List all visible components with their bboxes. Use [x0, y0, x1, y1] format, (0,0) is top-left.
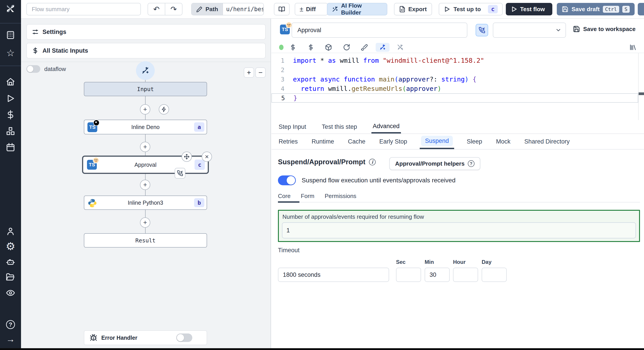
code-line[interactable]: 2 — [272, 65, 638, 75]
reload-icon[interactable] — [342, 43, 351, 52]
ai-step-wand-button[interactable] — [136, 61, 155, 80]
flow-settings-button[interactable]: Settings — [26, 24, 266, 40]
timeout-day-input[interactable] — [482, 268, 507, 282]
add-step-button[interactable]: + — [140, 180, 150, 190]
file-export-icon — [399, 6, 406, 12]
save-to-workspace-button[interactable]: Save to workspace — [573, 25, 636, 33]
tab-advanced[interactable]: Advanced — [372, 120, 401, 134]
subtab-sleep[interactable]: Sleep — [465, 134, 484, 149]
subtab-cache[interactable]: Cache — [346, 134, 367, 149]
collapse-sidebar-arrow-icon[interactable]: → — [0, 334, 21, 345]
tab-test-this-step[interactable]: Test this step — [320, 120, 358, 134]
code-line[interactable]: 3export async function main(approver?: s… — [272, 75, 638, 84]
timeout-seconds-input[interactable]: 1800 seconds — [278, 268, 389, 282]
code-line[interactable]: 1import * as wmill from "windmill-client… — [272, 56, 638, 65]
all-static-inputs-button[interactable]: All Static Inputs — [26, 43, 266, 58]
deploy-button-partial[interactable] — [638, 3, 644, 15]
undo-icon[interactable]: ↶ — [148, 5, 165, 14]
workspace-building-icon[interactable] — [0, 30, 21, 40]
suspend-phone-badge[interactable] — [175, 168, 185, 178]
add-step-button[interactable]: + — [140, 104, 150, 115]
editor-toolbar — [272, 41, 644, 53]
editor-scrollbar-thumb[interactable] — [639, 92, 644, 95]
runs-play-icon[interactable] — [0, 93, 21, 104]
editor-right-gutter — [638, 53, 644, 120]
save-draft-button[interactable]: Save draft Ctrl S — [557, 3, 634, 15]
subtab-early-stop[interactable]: Early Stop — [378, 134, 408, 149]
approval-prompt-helpers-button[interactable]: Approval/Prompt helpers ? — [389, 157, 480, 170]
audit-eye-icon[interactable] — [0, 288, 21, 298]
add-step-button[interactable]: + — [140, 217, 150, 228]
delete-node-button[interactable]: × — [202, 152, 212, 162]
save-icon — [573, 25, 580, 33]
subtab-runtime[interactable]: Runtime — [310, 134, 336, 149]
code-line[interactable]: 4 return wmill.getResumeUrls(approver) — [272, 84, 638, 93]
format-brush-icon[interactable] — [360, 43, 369, 52]
graph-node-inline-python[interactable]: Inline Python3 b — [84, 195, 207, 210]
graph-node-result[interactable]: Result — [84, 233, 207, 248]
timeout-sec-input[interactable] — [396, 268, 421, 282]
save-draft-label: Save draft — [572, 6, 600, 13]
add-trigger-zap-button[interactable] — [159, 104, 169, 115]
template-select[interactable] — [493, 22, 566, 38]
docs-button[interactable] — [274, 3, 290, 15]
zoom-out-button[interactable]: − — [255, 67, 266, 78]
subtab-shared-directory[interactable]: Shared Directory — [523, 134, 571, 149]
resources-boxes-icon[interactable] — [0, 126, 21, 137]
info-icon[interactable]: i — [369, 159, 376, 166]
favorites-star-icon[interactable]: ☆ — [0, 48, 21, 58]
path-button[interactable]: Path u/henri/bes — [191, 3, 264, 15]
flow-summary-input[interactable]: Flow summary — [26, 3, 141, 15]
folders-icon[interactable] — [0, 272, 21, 283]
test-flow-button[interactable]: Test flow — [506, 3, 552, 15]
subtab-retries[interactable]: Retries — [277, 134, 299, 149]
subtab-suspend[interactable]: Suspend — [420, 134, 454, 149]
schedules-calendar-icon[interactable] — [0, 142, 21, 153]
redo-icon[interactable]: ↷ — [165, 5, 182, 14]
timeout-min-input[interactable]: 30 — [425, 268, 450, 282]
variables-dollar-icon[interactable] — [0, 109, 21, 120]
export-button[interactable]: Export — [394, 3, 432, 15]
dataflow-toggle[interactable] — [26, 65, 40, 73]
windmill-logo-icon[interactable] — [0, 3, 21, 14]
zoom-in-button[interactable]: + — [244, 67, 254, 78]
home-icon[interactable] — [0, 77, 21, 87]
graph-node-input[interactable]: Input — [84, 82, 207, 96]
help-icon[interactable]: ? — [0, 319, 21, 330]
variable-dollar-icon[interactable] — [288, 43, 298, 52]
test-up-to-button[interactable]: Test up to c — [439, 3, 503, 15]
error-handler-node[interactable]: Error Handler — [84, 330, 207, 345]
tab-permissions[interactable]: Permissions — [325, 193, 356, 199]
approval-node-label: Approval — [134, 162, 156, 168]
move-node-button[interactable] — [182, 152, 192, 162]
error-handler-toggle[interactable] — [176, 334, 192, 342]
step-name-input[interactable]: Approval — [292, 22, 467, 38]
ai-flow-builder-button[interactable]: AI Flow Builder — [327, 3, 387, 15]
code-line[interactable]: 5} — [272, 93, 638, 103]
workers-robot-icon[interactable] — [0, 257, 21, 267]
users-person-icon[interactable] — [0, 226, 21, 237]
suspend-toggle[interactable] — [278, 175, 296, 185]
library-icon[interactable] — [628, 43, 637, 52]
timeout-hour-input[interactable] — [453, 268, 478, 282]
tab-step-input[interactable]: Step Input — [277, 120, 308, 134]
tab-form[interactable]: Form — [301, 193, 314, 199]
tab-core[interactable]: Core — [278, 193, 290, 199]
help-icon: ? — [468, 160, 474, 167]
resource-dollar-icon[interactable] — [306, 43, 315, 52]
approvals-required-field: Number of approvals/events required for … — [278, 210, 640, 242]
suspend-phone-button[interactable] — [476, 24, 488, 36]
core-tab-underline — [278, 201, 300, 203]
ai-assist-wand-icon[interactable] — [376, 43, 390, 52]
settings-gear-icon[interactable]: ⚙ — [0, 241, 21, 252]
subtab-mock[interactable]: Mock — [495, 134, 512, 149]
approvals-required-input[interactable]: 1 — [282, 222, 636, 238]
ai-assist-off-icon[interactable] — [396, 43, 405, 52]
graph-node-inline-deno[interactable]: TS Inline Deno a — [84, 120, 207, 134]
diff-button[interactable]: ± Diff — [295, 3, 328, 15]
magic-wand-icon — [141, 66, 150, 75]
unit-label-day: Day — [482, 259, 492, 265]
code-editor[interactable]: 1import * as wmill from "windmill-client… — [272, 53, 644, 120]
add-step-button[interactable]: + — [140, 142, 150, 152]
package-icon[interactable] — [324, 43, 333, 52]
